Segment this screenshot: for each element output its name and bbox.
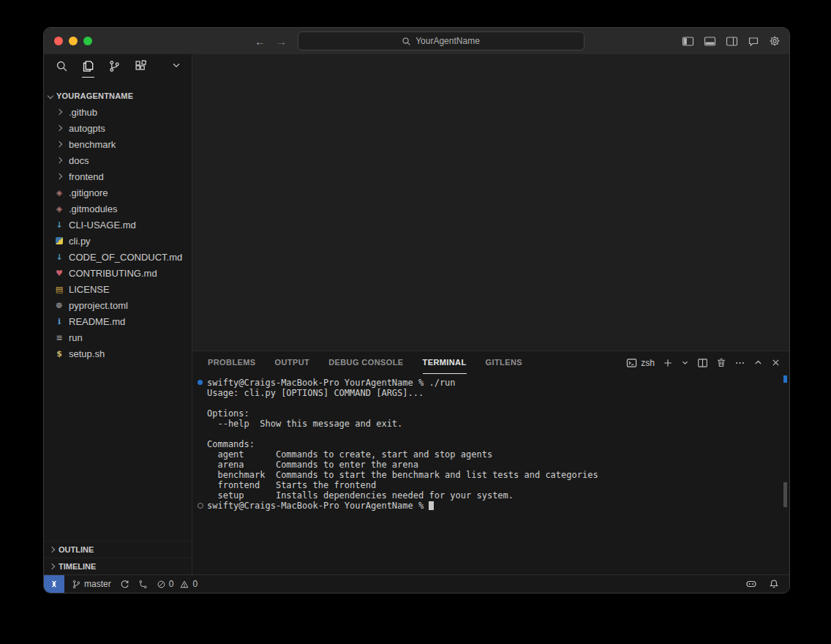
settings-button[interactable] — [769, 35, 781, 47]
file-item[interactable]: ◈.gitignore — [44, 184, 192, 201]
panel-tab-terminal[interactable]: TERMINAL — [423, 351, 467, 374]
titlebar-actions — [682, 35, 781, 47]
file-name: autogpts — [69, 123, 105, 134]
terminal-line: Usage: cli.py [OPTIONS] COMMAND [ARGS]..… — [192, 388, 789, 398]
panel-header: PROBLEMSOUTPUTDEBUG CONSOLETERMINALGITLE… — [192, 351, 789, 374]
terminal-profile-button[interactable]: zsh — [626, 358, 655, 368]
outline-label: OUTLINE — [59, 545, 94, 554]
folder-item[interactable]: docs — [44, 152, 192, 168]
chat-button[interactable] — [748, 36, 759, 47]
file-item[interactable]: ℹREADME.md — [44, 313, 192, 329]
chevron-right-icon — [53, 158, 65, 162]
markdown-icon: ↓ — [53, 220, 65, 230]
sync-button[interactable] — [120, 580, 129, 589]
sync-icon — [120, 580, 129, 589]
source-control-view-button[interactable] — [108, 60, 121, 77]
toggle-primary-sidebar-button[interactable] — [682, 36, 694, 47]
remote-indicator[interactable] — [44, 575, 64, 593]
search-icon — [402, 37, 411, 46]
command-decoration-icon[interactable] — [198, 380, 203, 385]
folder-item[interactable]: frontend — [44, 168, 192, 184]
terminal[interactable]: swifty@Craigs-MacBook-Pro YourAgentName … — [192, 374, 789, 574]
close-window-button[interactable] — [54, 37, 63, 45]
search-view-button[interactable] — [56, 60, 68, 77]
search-icon — [56, 60, 68, 72]
terminal-dropdown-button[interactable] — [681, 359, 689, 367]
problems-item[interactable]: 0 0 — [157, 579, 198, 589]
new-terminal-button[interactable] — [663, 358, 673, 368]
file-item[interactable]: ≡run — [44, 329, 192, 345]
file-item[interactable]: ♥CONTRIBUTING.md — [44, 265, 192, 281]
notifications-button[interactable] — [769, 579, 779, 589]
maximize-panel-button[interactable] — [753, 358, 763, 367]
panel-tab-debug-console[interactable]: DEBUG CONSOLE — [328, 351, 403, 374]
folder-item[interactable]: autogpts — [44, 120, 192, 136]
panel-more-actions-button[interactable] — [734, 358, 745, 368]
explorer-section-header[interactable]: YOURAGENTNAME — [44, 88, 192, 104]
terminal-scrollbar[interactable] — [783, 482, 787, 507]
explorer-view-button[interactable] — [82, 60, 94, 78]
terminal-line: --help Show this message and exit. — [192, 419, 789, 429]
close-icon — [771, 358, 781, 367]
folder-item[interactable]: benchmark — [44, 136, 192, 152]
prompt-decoration-icon[interactable] — [198, 503, 203, 509]
terminal-icon — [626, 358, 637, 368]
panel-bottom-icon — [704, 36, 716, 47]
split-terminal-button[interactable] — [697, 358, 708, 368]
chevron-right-icon — [53, 126, 65, 130]
panel-tab-problems[interactable]: PROBLEMS — [208, 351, 256, 374]
workbench: YOURAGENTNAME .githubautogptsbenchmarkdo… — [44, 54, 789, 574]
file-name: CONTRIBUTING.md — [69, 268, 157, 279]
settings-file-icon: ☸ — [53, 301, 65, 310]
views-more-button[interactable] — [171, 60, 181, 75]
terminal-output: swifty@Craigs-MacBook-Pro YourAgentName … — [192, 378, 789, 511]
file-icon: ≡ — [53, 333, 65, 342]
toggle-secondary-sidebar-button[interactable] — [726, 36, 738, 47]
close-panel-button[interactable] — [771, 358, 781, 367]
zoom-window-button[interactable] — [83, 37, 92, 45]
file-item[interactable]: ☸pyproject.toml — [44, 297, 192, 313]
branch-item[interactable]: master — [72, 579, 111, 589]
back-button[interactable]: ← — [255, 35, 266, 48]
file-name: pyproject.toml — [69, 300, 128, 311]
minimize-window-button[interactable] — [69, 37, 78, 45]
git-graph-button[interactable] — [138, 580, 148, 589]
chevron-right-icon — [49, 547, 55, 553]
explorer-title: YOURAGENTNAME — [56, 91, 133, 100]
terminal-line — [192, 398, 789, 408]
file-item[interactable]: ◈.gitmodules — [44, 201, 192, 217]
shell-label: zsh — [641, 358, 655, 368]
contributing-icon: ♥ — [53, 269, 65, 278]
extensions-view-button[interactable] — [135, 60, 147, 77]
outline-section-header[interactable]: OUTLINE — [44, 541, 192, 558]
branch-name: master — [84, 579, 111, 589]
chevron-right-icon — [53, 110, 65, 114]
folder-item[interactable]: .github — [44, 104, 192, 120]
bottom-panel: PROBLEMSOUTPUTDEBUG CONSOLETERMINALGITLE… — [192, 351, 789, 574]
terminal-text: swifty@Craigs-MacBook-Pro YourAgentName … — [207, 501, 429, 511]
command-center-search[interactable]: YourAgentName — [298, 31, 584, 50]
file-item[interactable]: $setup.sh — [44, 345, 192, 362]
editor-area[interactable] — [192, 54, 789, 351]
file-item[interactable]: ▤LICENSE — [44, 281, 192, 297]
panel-tab-gitlens[interactable]: GITLENS — [486, 351, 522, 374]
toggle-panel-button[interactable] — [704, 36, 716, 47]
terminal-line: arena Commands to enter the arena — [192, 460, 789, 470]
python-icon — [53, 237, 65, 244]
titlebar: ← → YourAgentName — [44, 28, 789, 54]
timeline-section-header[interactable]: TIMELINE — [44, 558, 192, 574]
chevron-down-icon — [171, 60, 181, 70]
file-name: benchmark — [69, 139, 116, 150]
file-item[interactable]: ↓CLI-USAGE.md — [44, 217, 192, 233]
terminal-line: Options: — [192, 408, 789, 419]
sidebar: YOURAGENTNAME .githubautogptsbenchmarkdo… — [44, 54, 192, 574]
panel-tab-output[interactable]: OUTPUT — [275, 351, 310, 374]
file-item[interactable]: cli.py — [44, 233, 192, 249]
kill-terminal-button[interactable] — [716, 357, 726, 368]
copilot-button[interactable] — [745, 579, 757, 589]
forward-button[interactable]: → — [276, 35, 287, 48]
terminal-line: swifty@Craigs-MacBook-Pro YourAgentName … — [192, 378, 789, 388]
file-list: .githubautogptsbenchmarkdocsfrontend◈.gi… — [44, 104, 192, 362]
extensions-icon — [135, 60, 147, 72]
file-item[interactable]: ↓CODE_OF_CONDUCT.md — [44, 249, 192, 265]
